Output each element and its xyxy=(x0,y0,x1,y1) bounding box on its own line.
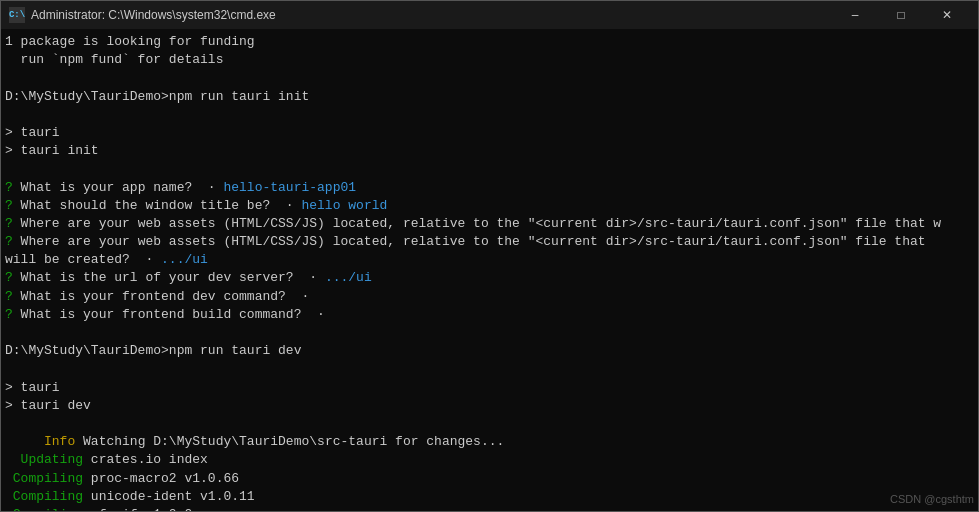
console-line: ? Where are your web assets (HTML/CSS/JS… xyxy=(5,215,974,233)
console-line: Info Watching D:\MyStudy\TauriDemo\src-t… xyxy=(5,433,974,451)
console-line: ? What is your frontend dev command? · xyxy=(5,288,974,306)
watermark: CSDN @cgsthtm xyxy=(890,492,974,507)
console-line: > tauri init xyxy=(5,142,974,160)
console-line xyxy=(5,106,974,124)
console-line xyxy=(5,69,974,87)
title-bar: C:\ Administrator: C:\Windows\system32\c… xyxy=(1,1,978,29)
console-line: Compiling cfg-if v1.0.0 xyxy=(5,506,974,511)
console-line: 1 package is looking for funding xyxy=(5,33,974,51)
close-button[interactable]: ✕ xyxy=(924,1,970,29)
terminal-window: C:\ Administrator: C:\Windows\system32\c… xyxy=(0,0,979,512)
console-line: > tauri xyxy=(5,124,974,142)
window-icon: C:\ xyxy=(9,7,25,23)
console-line: ? What is the url of your dev server? · … xyxy=(5,269,974,287)
console-line: Updating crates.io index xyxy=(5,451,974,469)
console-line: ? What should the window title be? · hel… xyxy=(5,197,974,215)
console-line: Compiling proc-macro2 v1.0.66 xyxy=(5,470,974,488)
console-line xyxy=(5,415,974,433)
console-line xyxy=(5,360,974,378)
console-line: ? What is your app name? · hello-tauri-a… xyxy=(5,179,974,197)
console-line xyxy=(5,160,974,178)
console-output: 1 package is looking for funding run `np… xyxy=(1,29,978,511)
console-line: ? What is your frontend build command? · xyxy=(5,306,974,324)
console-line: will be created? · .../ui xyxy=(5,251,974,269)
console-line: > tauri xyxy=(5,379,974,397)
console-line: Compiling unicode-ident v1.0.11 xyxy=(5,488,974,506)
console-line: > tauri dev xyxy=(5,397,974,415)
console-line: ? Where are your web assets (HTML/CSS/JS… xyxy=(5,233,974,251)
window-controls: – □ ✕ xyxy=(832,1,970,29)
window-title: Administrator: C:\Windows\system32\cmd.e… xyxy=(31,8,832,22)
console-line: run `npm fund` for details xyxy=(5,51,974,69)
console-line: D:\MyStudy\TauriDemo>npm run tauri init xyxy=(5,88,974,106)
maximize-button[interactable]: □ xyxy=(878,1,924,29)
minimize-button[interactable]: – xyxy=(832,1,878,29)
console-line xyxy=(5,324,974,342)
console-line: D:\MyStudy\TauriDemo>npm run tauri dev xyxy=(5,342,974,360)
